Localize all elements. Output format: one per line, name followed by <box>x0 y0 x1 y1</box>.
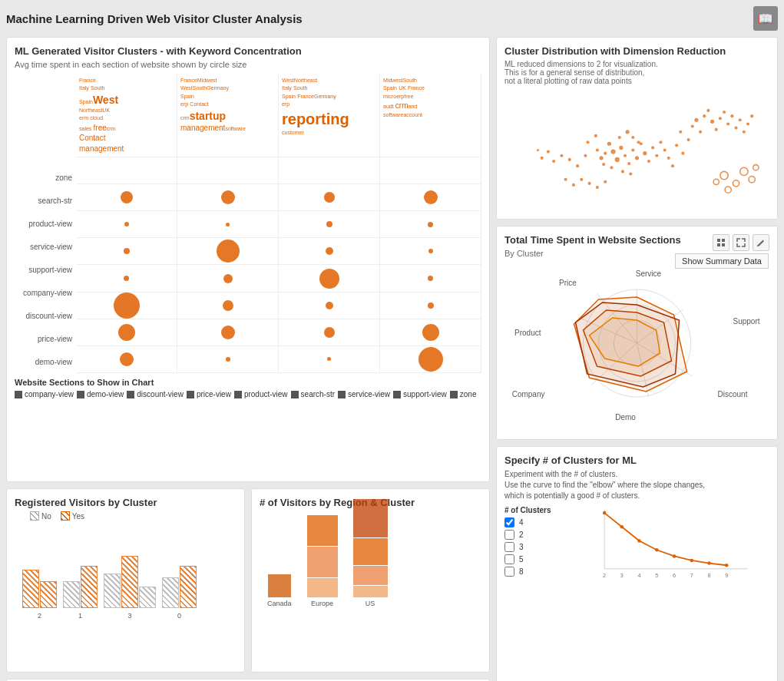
svg-point-53 <box>552 160 555 163</box>
cb-service-view[interactable]: service-view <box>338 390 390 398</box>
svg-point-22 <box>631 136 634 139</box>
svg-point-108 <box>637 539 641 543</box>
cb-8-clusters[interactable]: 8 <box>504 567 566 577</box>
svg-text:5: 5 <box>655 572 658 579</box>
grid-view-button[interactable] <box>713 234 729 251</box>
radar-chart-panel: Total Time Spent in Website Sections By … <box>496 226 778 440</box>
expand-button[interactable] <box>733 234 749 251</box>
edit-button[interactable]: Show Summary Data <box>753 234 769 251</box>
cb-product-view[interactable]: product-view <box>234 390 288 398</box>
bubble-cell <box>76 319 177 345</box>
expand-icon <box>736 238 746 247</box>
cb-search-str[interactable]: search-str <box>291 390 335 398</box>
cb-support-view[interactable]: support-view <box>393 390 447 398</box>
bar-container <box>104 556 156 608</box>
svg-point-51 <box>568 158 571 161</box>
bubble-cell <box>177 157 279 183</box>
svg-point-37 <box>739 118 742 121</box>
bar-europe-1 <box>307 515 338 546</box>
svg-point-59 <box>588 182 591 185</box>
bubble-cell <box>380 184 481 210</box>
bar-label-1: 1 <box>78 612 82 620</box>
svg-point-18 <box>667 157 670 160</box>
svg-point-110 <box>673 554 676 558</box>
svg-point-30 <box>710 120 714 124</box>
bar-label-0: 0 <box>177 612 181 620</box>
cb-company-view[interactable]: company-view <box>15 390 74 398</box>
bubble-cell <box>177 293 279 319</box>
svg-point-31 <box>719 117 722 120</box>
svg-point-58 <box>537 149 539 151</box>
svg-point-35 <box>715 128 718 131</box>
bubble-cell <box>76 157 177 183</box>
svg-text:6: 6 <box>673 572 676 579</box>
svg-point-48 <box>725 187 731 193</box>
svg-text:7: 7 <box>690 572 693 579</box>
row-label-zone: zone <box>15 174 72 182</box>
main-content: ML Generated Visitor Clusters - with Key… <box>6 37 778 681</box>
svg-point-28 <box>694 118 698 122</box>
bar-group-3: 3 <box>104 556 156 620</box>
bubble-cell <box>279 157 380 183</box>
checkboxes-section: Website Sections to Show in Chart compan… <box>15 378 481 398</box>
svg-point-44 <box>720 171 728 179</box>
bar-group-0: 0 <box>162 566 197 620</box>
svg-point-57 <box>541 157 544 160</box>
bar-no-2 <box>22 570 39 608</box>
bubble-cell <box>380 319 481 345</box>
svg-point-36 <box>723 111 726 114</box>
svg-point-66 <box>681 152 684 155</box>
bubble-cell <box>76 238 177 264</box>
svg-point-68 <box>679 131 682 134</box>
bubble-cell <box>177 265 279 291</box>
svg-point-62 <box>580 178 583 181</box>
cb-demo-view[interactable]: demo-view <box>77 390 124 398</box>
ml-chart: 2 3 4 5 6 7 8 9 <box>572 506 769 585</box>
cb-4-clusters[interactable]: 4 <box>504 517 566 527</box>
cb-discount-view[interactable]: discount-view <box>127 390 184 398</box>
row-label-product: product-view <box>15 220 72 228</box>
bubble-chart-panel: ML Generated Visitor Clusters - with Key… <box>6 37 490 482</box>
bar-canada <box>268 574 291 597</box>
bar-container <box>162 566 197 608</box>
book-icon[interactable]: 📖 <box>753 6 778 31</box>
legend-no: No <box>30 511 51 521</box>
svg-point-52 <box>560 154 563 157</box>
page-title: Machine Learning Driven Web Visitor Clus… <box>6 12 303 25</box>
cb-2-clusters[interactable]: 2 <box>504 530 566 540</box>
left-column: ML Generated Visitor Clusters - with Key… <box>6 37 490 681</box>
svg-point-21 <box>626 130 630 134</box>
grid-icon <box>716 238 726 247</box>
cb-3-clusters[interactable]: 3 <box>504 542 566 552</box>
cb-zone[interactable]: zone <box>450 390 477 398</box>
bubble-cell <box>279 346 380 372</box>
ml-content: # of Clusters 4 2 3 5 <box>504 506 769 585</box>
visitors-by-region-panel: # of Visitors by Region & Cluster Canada <box>251 488 490 673</box>
bar-label-3: 3 <box>127 612 131 620</box>
svg-point-1 <box>619 146 623 150</box>
legend-yes: Yes <box>61 511 84 521</box>
svg-point-24 <box>602 163 605 166</box>
svg-point-11 <box>647 160 650 163</box>
svg-point-111 <box>690 559 694 563</box>
svg-point-63 <box>572 183 575 187</box>
svg-point-19 <box>671 164 674 167</box>
svg-text:2: 2 <box>603 572 606 579</box>
checkboxes-title: Website Sections to Show in Chart <box>15 378 481 387</box>
bubble-cell <box>177 319 279 345</box>
row-label-company: company-view <box>15 289 72 297</box>
cluster-dist-desc: ML reduced dimensions to 2 for visualiza… <box>504 60 769 85</box>
svg-point-2 <box>624 154 627 157</box>
svg-point-23 <box>637 140 640 144</box>
cb-5-clusters[interactable]: 5 <box>504 554 566 564</box>
bubble-cell <box>76 265 177 291</box>
bar-no-3a <box>104 574 121 608</box>
cb-price-view[interactable]: price-view <box>187 390 231 398</box>
radar-toolbar: Show Summary Data <box>713 234 769 251</box>
svg-point-50 <box>753 165 759 170</box>
radar-chart-area: Service Support Discount Demo Company Pr… <box>504 263 769 431</box>
clusters-label: # of Clusters <box>504 506 566 514</box>
row-label-service: service-view <box>15 243 72 251</box>
svg-point-27 <box>629 172 632 175</box>
region-bars: Canada Europe <box>260 511 481 611</box>
